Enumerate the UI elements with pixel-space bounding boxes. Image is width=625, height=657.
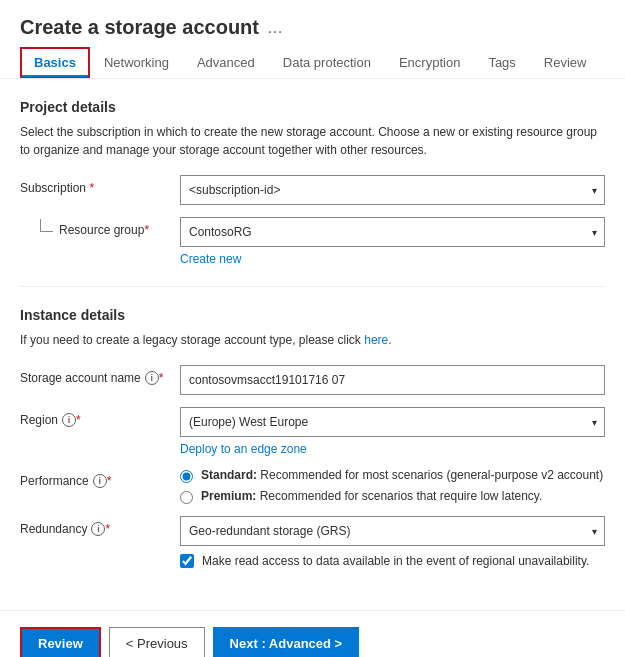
performance-premium-option: Premium: Recommended for scenarios that … <box>180 489 605 504</box>
redundancy-control: Geo-redundant storage (GRS) ▾ Make read … <box>180 516 605 568</box>
project-details-description: Select the subscription in which to crea… <box>20 123 605 159</box>
subscription-required: * <box>89 181 94 195</box>
tab-data-protection[interactable]: Data protection <box>269 47 385 78</box>
performance-label: Performance i * <box>20 468 180 488</box>
section-divider <box>20 286 605 287</box>
redundancy-label: Redundancy i * <box>20 516 180 536</box>
resource-group-select[interactable]: ContosoRG <box>180 217 605 247</box>
region-control: (Europe) West Europe ▾ Deploy to an edge… <box>180 407 605 456</box>
performance-info-icon[interactable]: i <box>93 474 107 488</box>
tab-encryption[interactable]: Encryption <box>385 47 474 78</box>
storage-name-control <box>180 365 605 395</box>
subscription-control: <subscription-id> ▾ <box>180 175 605 205</box>
resource-group-required: * <box>144 223 149 237</box>
performance-premium-label: Premium: Recommended for scenarios that … <box>201 489 542 503</box>
storage-name-info-icon[interactable]: i <box>145 371 159 385</box>
tab-advanced[interactable]: Advanced <box>183 47 269 78</box>
create-new-resource-group-link[interactable]: Create new <box>180 252 241 266</box>
performance-premium-radio[interactable] <box>180 491 193 504</box>
resource-group-control: ContosoRG ▾ Create new <box>180 217 605 266</box>
storage-name-input[interactable] <box>180 365 605 395</box>
instance-details-description: If you need to create a legacy storage a… <box>20 331 605 349</box>
tab-navigation: Basics Networking Advanced Data protecti… <box>0 47 625 79</box>
tab-tags[interactable]: Tags <box>474 47 529 78</box>
next-button[interactable]: Next : Advanced > <box>213 627 360 657</box>
subscription-label: Subscription * <box>20 175 180 195</box>
performance-radio-group: Standard: Recommended for most scenarios… <box>180 468 605 504</box>
performance-row: Performance i * Standard: Recommended fo… <box>20 468 605 504</box>
storage-name-label: Storage account name i * <box>20 365 180 385</box>
read-access-checkbox[interactable] <box>180 554 194 568</box>
footer: Review < Previous Next : Advanced > <box>0 610 625 657</box>
review-button[interactable]: Review <box>20 627 101 657</box>
resource-group-row: Resource group * ContosoRG ▾ Create new <box>20 217 605 266</box>
region-select[interactable]: (Europe) West Europe <box>180 407 605 437</box>
storage-name-required: * <box>159 371 164 385</box>
redundancy-row: Redundancy i * Geo-redundant storage (GR… <box>20 516 605 568</box>
redundancy-required: * <box>105 522 110 536</box>
region-row: Region i * (Europe) West Europe ▾ Deploy… <box>20 407 605 456</box>
performance-standard-option: Standard: Recommended for most scenarios… <box>180 468 605 483</box>
region-required: * <box>76 413 81 427</box>
more-options-icon[interactable]: … <box>267 19 283 37</box>
project-details-heading: Project details <box>20 99 605 115</box>
previous-button[interactable]: < Previous <box>109 627 205 657</box>
resource-group-label: Resource group * <box>20 217 180 237</box>
read-access-label: Make read access to data available in th… <box>202 554 589 568</box>
read-access-checkbox-row: Make read access to data available in th… <box>180 554 605 568</box>
subscription-row: Subscription * <subscription-id> ▾ <box>20 175 605 205</box>
tab-basics[interactable]: Basics <box>20 47 90 78</box>
redundancy-select[interactable]: Geo-redundant storage (GRS) <box>180 516 605 546</box>
storage-name-row: Storage account name i * <box>20 365 605 395</box>
redundancy-info-icon[interactable]: i <box>91 522 105 536</box>
deploy-edge-zone-link[interactable]: Deploy to an edge zone <box>180 442 307 456</box>
tab-networking[interactable]: Networking <box>90 47 183 78</box>
performance-standard-radio[interactable] <box>180 470 193 483</box>
region-label: Region i * <box>20 407 180 427</box>
page-title: Create a storage account <box>20 16 259 39</box>
instance-details-heading: Instance details <box>20 307 605 323</box>
subscription-select[interactable]: <subscription-id> <box>180 175 605 205</box>
tab-review[interactable]: Review <box>530 47 601 78</box>
legacy-storage-link[interactable]: here <box>364 333 388 347</box>
region-info-icon[interactable]: i <box>62 413 76 427</box>
performance-standard-label: Standard: Recommended for most scenarios… <box>201 468 603 482</box>
performance-required: * <box>107 474 112 488</box>
performance-control: Standard: Recommended for most scenarios… <box>180 468 605 504</box>
